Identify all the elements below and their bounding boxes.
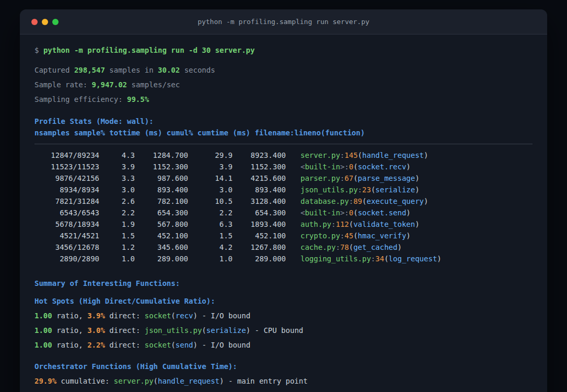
paren-close: )	[424, 197, 428, 205]
paren-open: (	[384, 255, 388, 263]
filename: socket	[145, 341, 171, 349]
cell-tottime: 345.600	[135, 241, 188, 253]
table-header: nsamples sample% tottime (ms) cumul% cum…	[34, 127, 533, 139]
hot-spot-location: socket(recv)	[145, 312, 198, 320]
rate-label: Sample rate:	[34, 80, 87, 89]
paren-open: (	[171, 312, 175, 320]
paren-close: )	[406, 209, 410, 217]
direct-pct: 3.9%	[87, 312, 105, 320]
captured-line: Captured 298,547 samples in 30.02 second…	[34, 64, 533, 76]
cell-nsamples: 2890/2890	[34, 253, 99, 264]
captured-label: Captured	[34, 66, 70, 74]
cell-sample-pct: 1.2	[99, 241, 135, 253]
cell-location: database.py:89(execute_query)	[300, 195, 428, 207]
terminal-content: $ python -m profiling.sampling run -d 30…	[20, 34, 547, 392]
cell-location: crypto.py:45(hmac_verify)	[300, 230, 411, 241]
direct-word: direct:	[109, 341, 140, 349]
function-name: handle_request	[362, 151, 424, 159]
profile-table: 12847/89234 4.3 1284.700 29.9 8923.400 s…	[34, 149, 533, 264]
cell-nsamples: 7821/31284	[34, 195, 99, 207]
paren-open: (	[353, 209, 357, 217]
cell-cumul-pct: 29.9	[188, 149, 233, 161]
cell-cumul-pct: 1.5	[188, 230, 233, 241]
lineno: 34	[375, 255, 384, 263]
efficiency-value: 99.5%	[127, 95, 149, 103]
cell-sample-pct: 3.0	[99, 184, 135, 195]
table-row: 8934/8934 3.0 893.400 3.0 893.400 json_u…	[34, 184, 533, 195]
function-name: handle_request	[158, 377, 219, 385]
samples-count: 298,547	[74, 66, 105, 74]
filename: logging_utils.py	[300, 255, 371, 263]
window-controls	[20, 19, 59, 25]
paren-close: )	[406, 232, 410, 240]
cell-cumul-pct: 4.2	[188, 241, 233, 253]
cell-sample-pct: 3.3	[99, 172, 135, 184]
cell-sample-pct: 1.9	[99, 218, 135, 230]
minimize-button[interactable]	[42, 19, 48, 25]
function-name: serialize	[206, 326, 246, 335]
paren-open: (	[353, 174, 357, 182]
paren-close: )	[219, 377, 224, 385]
table-row: 12847/89234 4.3 1284.700 29.9 8923.400 s…	[34, 149, 533, 161]
table-row: 7821/31284 2.6 782.100 10.5 3128.400 dat…	[34, 195, 533, 207]
filename: server.py	[300, 151, 340, 159]
table-row: 5678/18934 1.9 567.800 6.3 1893.400 auth…	[34, 218, 533, 230]
cell-cumtime: 893.400	[233, 184, 286, 195]
cell-nsamples: 12847/89234	[34, 149, 99, 161]
paren-close: )	[406, 163, 410, 171]
role-note: - main entry point	[228, 377, 308, 385]
samples-in-label: samples in	[109, 66, 153, 74]
terminal-window: python -m profiling.sampling run server.…	[20, 9, 547, 392]
ratio-value: 1.00	[34, 326, 52, 335]
orchestrator-location: server.py(handle_request)	[114, 377, 224, 385]
cell-nsamples: 4521/4521	[34, 230, 99, 241]
filename: built-in	[305, 163, 340, 171]
cell-cumtime: 1152.300	[233, 161, 286, 172]
paren-close: )	[415, 220, 419, 228]
cell-cumtime: 452.100	[233, 230, 286, 241]
orchestrator-list: 29.9% cumulative: server.py(handle_reque…	[34, 375, 533, 392]
function-name: recv	[176, 312, 193, 320]
cell-tottime: 782.100	[135, 195, 188, 207]
cell-tottime: 452.100	[135, 230, 188, 241]
maximize-button[interactable]	[52, 19, 59, 25]
cell-cumtime: 1893.400	[233, 218, 286, 230]
colon-token: :	[344, 163, 349, 171]
direct-pct: 3.0%	[87, 326, 105, 335]
function-name: get_cached	[353, 243, 397, 251]
cell-tottime: 987.600	[135, 172, 188, 184]
cell-cumul-pct: 6.3	[188, 218, 233, 230]
cell-nsamples: 3456/12678	[34, 241, 99, 253]
cell-tottime: 893.400	[135, 184, 188, 195]
duration-value: 30.02	[158, 66, 180, 74]
cell-location: cache.py:78(get_cached)	[300, 241, 402, 253]
colon-token: :	[344, 209, 349, 217]
hot-spot-location: socket(send)	[145, 341, 198, 349]
cell-cumtime: 4215.600	[233, 172, 286, 184]
cell-tottime: 289.000	[135, 253, 188, 264]
prompt-symbol: $	[34, 46, 39, 54]
paren-open: (	[154, 377, 158, 385]
function-name: send	[176, 341, 193, 349]
close-button[interactable]	[31, 19, 38, 25]
cell-nsamples: 8934/8934	[34, 184, 99, 195]
paren-open: (	[353, 232, 357, 240]
rate-unit: samples/sec	[131, 80, 180, 89]
cell-cumul-pct: 1.0	[188, 253, 233, 264]
hot-spots-list: 1.00 ratio, 3.9% direct: socket(recv) - …	[34, 310, 533, 351]
hot-spot-row: 1.00 ratio, 3.9% direct: socket(recv) - …	[34, 310, 533, 321]
function-name: hmac_verify	[358, 232, 407, 240]
summary-title: Summary of Interesting Functions:	[34, 278, 533, 289]
cell-location: auth.py:112(validate_token)	[300, 218, 420, 230]
paren-close: )	[397, 243, 401, 251]
paren-close: )	[193, 312, 198, 320]
cell-location: logging_utils.py:34(log_request)	[300, 253, 442, 264]
direct-word: direct:	[109, 312, 140, 320]
table-row: 9876/42156 3.3 987.600 14.1 4215.600 par…	[34, 172, 533, 184]
cell-cumtime: 3128.400	[233, 195, 286, 207]
colon-token: :	[349, 197, 353, 205]
cell-nsamples: 6543/6543	[34, 207, 99, 218]
table-row: 6543/6543 2.2 654.300 2.2 654.300 <built…	[34, 207, 533, 218]
colon-token: :	[358, 186, 362, 194]
titlebar[interactable]: python -m profiling.sampling run server.…	[20, 9, 547, 34]
